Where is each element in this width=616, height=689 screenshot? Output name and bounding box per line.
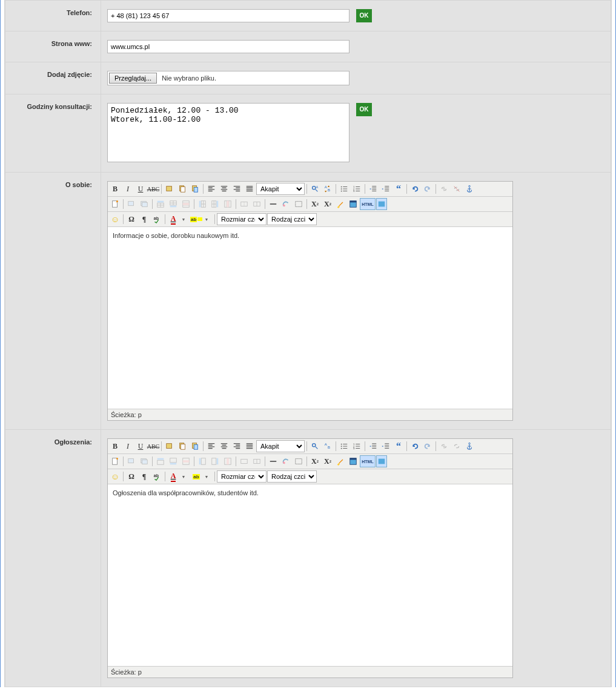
fullscreen-icon[interactable] (347, 455, 359, 467)
godziny-textarea[interactable] (107, 103, 349, 162)
text-color-dropdown-icon[interactable]: ▼ (177, 213, 190, 225)
telefon-input[interactable] (107, 9, 349, 22)
table-split-icon[interactable] (251, 198, 263, 210)
link-icon[interactable] (438, 440, 450, 452)
unlink-icon[interactable] (451, 183, 463, 195)
align-right-icon[interactable] (231, 183, 243, 195)
blockquote-icon[interactable]: “ (392, 440, 405, 452)
font-family-dropdown[interactable]: Rodzaj czcionk (267, 470, 317, 483)
align-right-icon[interactable] (231, 440, 243, 452)
strona-input[interactable] (107, 40, 349, 53)
underline-icon[interactable]: U (134, 183, 147, 195)
italic-icon[interactable]: I (122, 440, 134, 452)
show-blocks-icon[interactable]: ¶ (138, 470, 150, 483)
table-merge-icon[interactable] (238, 198, 250, 210)
spellcheck-icon[interactable] (334, 198, 346, 210)
table-row-before-icon[interactable] (154, 455, 167, 467)
html-popup-icon[interactable] (376, 455, 387, 467)
show-blocks-icon[interactable]: ¶ (138, 213, 150, 225)
table-col-after-icon[interactable] (209, 198, 221, 210)
paste-icon[interactable] (189, 183, 201, 195)
table-row-after-icon[interactable] (167, 198, 179, 210)
font-family-dropdown[interactable]: Rodzaj czcionk (267, 213, 317, 225)
font-size-dropdown[interactable]: Rozmiar czcion (217, 470, 267, 483)
emoticon-icon[interactable]: ☺ (109, 213, 121, 225)
remove-format-icon[interactable] (280, 198, 292, 210)
anchor-icon[interactable] (463, 440, 475, 452)
bg-color-dropdown-icon[interactable]: ▼ (200, 213, 213, 225)
unordered-list-icon[interactable] (338, 183, 350, 195)
cut-icon[interactable] (164, 440, 176, 452)
table-col-after-icon[interactable] (209, 455, 221, 467)
table-split-icon[interactable] (251, 455, 263, 467)
align-center-icon[interactable] (218, 183, 230, 195)
table-col-delete-icon[interactable] (222, 455, 234, 467)
superscript-icon[interactable]: X2 (322, 198, 334, 210)
bg-color-dropdown-icon[interactable]: ▼ (200, 470, 213, 483)
copy-icon[interactable] (176, 440, 188, 452)
visual-aid-icon[interactable] (293, 198, 305, 210)
align-center-icon[interactable] (218, 440, 230, 452)
table-row-after-icon[interactable] (167, 455, 179, 467)
subscript-icon[interactable]: X2 (309, 455, 321, 467)
find-icon[interactable] (309, 440, 321, 452)
html-popup-icon[interactable] (376, 198, 387, 210)
visual-aid-icon[interactable] (293, 455, 305, 467)
fullscreen-icon[interactable] (347, 198, 359, 210)
edit-layer-icon[interactable] (138, 198, 150, 210)
new-document-icon[interactable] (109, 198, 121, 210)
undo-icon[interactable] (409, 440, 421, 452)
remove-format-icon[interactable] (280, 455, 292, 467)
text-color-dropdown-icon[interactable]: ▼ (177, 470, 190, 483)
ordered-list-icon[interactable]: 123 (351, 183, 363, 195)
underline-icon[interactable]: U (134, 440, 147, 452)
file-browse-button[interactable]: Przeglądaj... (109, 73, 157, 84)
table-row-delete-icon[interactable] (180, 455, 192, 467)
ok-button-godziny[interactable]: OK (356, 103, 372, 116)
align-left-icon[interactable] (205, 183, 217, 195)
table-col-before-icon[interactable] (196, 455, 208, 467)
hr-icon[interactable] (267, 455, 279, 467)
spell-toggle-icon[interactable]: ab (151, 213, 163, 225)
align-justify-icon[interactable] (243, 183, 256, 195)
html-icon[interactable]: HTML (360, 455, 376, 467)
emoticon-icon[interactable]: ☺ (109, 470, 121, 483)
bold-icon[interactable]: B (109, 183, 121, 195)
superscript-icon[interactable]: X2 (322, 455, 334, 467)
outdent-icon[interactable] (367, 440, 379, 452)
replace-icon[interactable]: AB (322, 440, 334, 452)
cut-icon[interactable] (164, 183, 176, 195)
align-justify-icon[interactable] (243, 440, 256, 452)
format-dropdown[interactable]: Akapit (256, 440, 305, 452)
new-document-icon[interactable] (109, 455, 121, 467)
table-row-delete-icon[interactable] (180, 198, 192, 210)
align-left-icon[interactable] (205, 440, 217, 452)
subscript-icon[interactable]: X2 (309, 198, 321, 210)
redo-icon[interactable] (422, 183, 434, 195)
insert-layer-icon[interactable] (125, 455, 137, 467)
format-dropdown[interactable]: Akapit (256, 183, 305, 195)
indent-icon[interactable] (380, 183, 392, 195)
unordered-list-icon[interactable] (338, 440, 350, 452)
html-icon[interactable]: HTML (360, 198, 376, 210)
paste-icon[interactable] (189, 440, 201, 452)
spellcheck-icon[interactable] (334, 455, 346, 467)
link-icon[interactable] (438, 183, 450, 195)
copy-icon[interactable] (176, 183, 188, 195)
table-col-before-icon[interactable] (196, 198, 208, 210)
blockquote-icon[interactable]: “ (392, 183, 405, 195)
anchor-icon[interactable] (463, 183, 475, 195)
hr-icon[interactable] (267, 198, 279, 210)
editor-content-ogloszenia[interactable]: Ogłoszenia dla współpracowników, student… (108, 484, 512, 666)
insert-layer-icon[interactable] (125, 198, 137, 210)
undo-icon[interactable] (409, 183, 421, 195)
special-char-icon[interactable]: Ω (125, 213, 137, 225)
edit-layer-icon[interactable] (138, 455, 150, 467)
redo-icon[interactable] (422, 440, 434, 452)
editor-content-o-sobie[interactable]: Informacje o sobie, dorobku naukowym itd… (108, 227, 512, 409)
indent-icon[interactable] (380, 440, 392, 452)
unlink-icon[interactable] (451, 440, 463, 452)
special-char-icon[interactable]: Ω (125, 470, 137, 483)
font-size-dropdown[interactable]: Rozmiar czcion (217, 213, 267, 225)
outdent-icon[interactable] (367, 183, 379, 195)
